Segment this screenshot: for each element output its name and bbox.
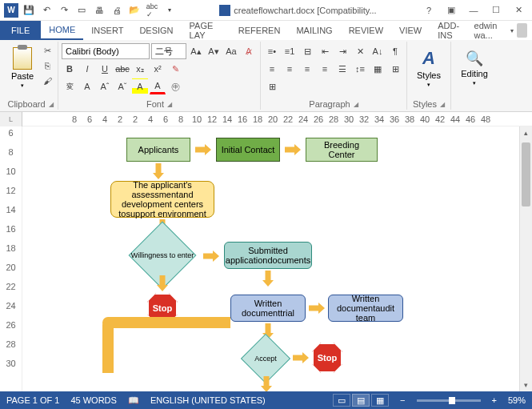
styles-launcher-icon[interactable]: ◢ xyxy=(440,101,445,108)
document-canvas[interactable]: Applicants Initial Contact Breeding Cent… xyxy=(22,126,519,391)
status-words[interactable]: 45 WORDS xyxy=(70,395,116,405)
increase-indent-icon[interactable]: ⇥ xyxy=(334,43,350,59)
scroll-thumb[interactable] xyxy=(522,142,530,207)
tab-insert[interactable]: INSERT xyxy=(83,21,131,40)
align-center-icon[interactable]: ≡ xyxy=(282,61,298,77)
undo-icon[interactable]: ↶ xyxy=(38,2,54,18)
superscript-button[interactable]: x² xyxy=(150,61,166,77)
shape-applicants[interactable]: Applicants xyxy=(126,138,190,162)
cut-icon[interactable]: ✂ xyxy=(40,43,54,58)
shape-accept[interactable]: Accept xyxy=(242,343,290,375)
decrease-indent-icon[interactable]: ⇤ xyxy=(317,43,333,59)
distributed-icon[interactable]: ☰ xyxy=(334,61,350,77)
web-layout-icon[interactable]: ▦ xyxy=(371,394,389,407)
font-shrink2-icon[interactable]: Aˇ xyxy=(114,78,130,94)
editing-button[interactable]: 🔍 Editing ▾ xyxy=(454,42,494,94)
tab-references[interactable]: REFEREN xyxy=(230,21,289,40)
clipboard-launcher-icon[interactable]: ◢ xyxy=(49,101,54,108)
font-name-combo[interactable]: Calibri (Body) xyxy=(62,43,150,59)
zoom-level[interactable]: 59% xyxy=(508,395,526,405)
line-spacing-icon[interactable]: ↕≡ xyxy=(352,61,368,77)
paragraph-launcher-icon[interactable]: ◢ xyxy=(354,101,358,108)
font-grow2-icon[interactable]: Aˆ xyxy=(97,78,113,94)
save-icon[interactable]: 💾 xyxy=(21,2,37,18)
tab-design[interactable]: DESIGN xyxy=(131,21,181,40)
print-preview-icon[interactable]: 🖶 xyxy=(91,2,107,18)
strike-button[interactable]: abc xyxy=(114,61,130,77)
status-language[interactable]: ENGLISH (UNITED STATES) xyxy=(150,395,266,405)
tab-mailings[interactable]: MAILING xyxy=(288,21,340,40)
phonetic-guide-icon[interactable]: 変 xyxy=(62,78,78,94)
zoom-slider[interactable] xyxy=(417,399,481,402)
read-mode-icon[interactable]: ▭ xyxy=(333,394,350,407)
show-marks-icon[interactable]: ¶ xyxy=(387,43,403,59)
copy-icon[interactable]: ⎘ xyxy=(40,58,54,73)
change-case-icon[interactable]: Aa xyxy=(223,43,239,59)
align-right-icon[interactable]: ≡ xyxy=(299,61,315,77)
shape-initial-contact[interactable]: Initial Contact xyxy=(216,138,280,162)
grow-font-icon[interactable]: A▴ xyxy=(188,43,204,59)
scroll-up-icon[interactable]: ▴ xyxy=(520,126,532,139)
vertical-ruler[interactable]: 681012141618202224262830 xyxy=(0,126,22,391)
shape-willingness[interactable]: Willingness to enter xyxy=(126,239,198,272)
format-painter-icon[interactable]: 🖌 xyxy=(40,74,54,88)
open-icon[interactable]: 📂 xyxy=(126,2,142,18)
quick-print-icon[interactable]: 🖨 xyxy=(109,2,125,18)
justify-icon[interactable]: ≡ xyxy=(317,61,333,77)
asian-layout-icon[interactable]: ✕ xyxy=(352,43,368,59)
redo-icon[interactable]: ↷ xyxy=(56,2,72,18)
tab-home[interactable]: HOME xyxy=(41,21,83,40)
tab-pagelayout[interactable]: PAGE LAY xyxy=(182,21,230,40)
shape-written-audit[interactable]: Written documentaudit team xyxy=(328,295,403,322)
subscript-button[interactable]: x₂ xyxy=(132,61,148,77)
italic-button[interactable]: I xyxy=(79,61,95,77)
tab-addins[interactable]: ADD-INS xyxy=(430,21,474,40)
qat-dropdown-icon[interactable]: ▾ xyxy=(162,2,178,18)
tab-review[interactable]: REVIEW xyxy=(341,21,391,40)
char-border-icon[interactable]: A xyxy=(79,78,95,94)
font-size-combo[interactable]: 二号 xyxy=(151,43,186,59)
zoom-in-icon[interactable]: + xyxy=(492,395,497,405)
spelling-icon[interactable]: abc✓ xyxy=(144,2,160,18)
paste-button[interactable]: Paste ▾ xyxy=(6,42,38,94)
bold-button[interactable]: B xyxy=(62,61,78,77)
shading-icon[interactable]: ▦ xyxy=(370,61,386,77)
borders-icon[interactable]: ⊞ xyxy=(387,61,403,77)
snap-grid-icon[interactable]: ⊞ xyxy=(264,78,280,94)
underline-button[interactable]: U xyxy=(97,61,113,77)
help-icon[interactable]: ? xyxy=(418,2,439,18)
shrink-font-icon[interactable]: A▾ xyxy=(206,43,222,59)
scroll-down-icon[interactable]: ▾ xyxy=(520,379,532,391)
shape-submitted[interactable]: Submitted applicationdocuments xyxy=(224,242,312,269)
minimize-icon[interactable]: — xyxy=(463,2,484,18)
tab-view[interactable]: VIEW xyxy=(391,21,430,40)
shape-breeding-center[interactable]: Breeding Center xyxy=(306,138,378,162)
sort-icon[interactable]: A↓ xyxy=(370,43,386,59)
tab-file[interactable]: FILE xyxy=(0,21,41,40)
horizontal-ruler[interactable]: 8642246810121416182022242628303234363840… xyxy=(22,112,532,126)
status-page[interactable]: PAGE 1 OF 1 xyxy=(6,395,59,405)
shape-stop-2[interactable]: Stop xyxy=(312,343,342,373)
clear-format-icon[interactable]: A̷ xyxy=(241,43,257,59)
print-layout-icon[interactable]: ▤ xyxy=(352,394,370,407)
vertical-scrollbar[interactable]: ▴ ▾ xyxy=(519,126,532,391)
numbering-icon[interactable]: ≡1 xyxy=(282,43,298,59)
font-launcher-icon[interactable]: ◢ xyxy=(167,101,172,108)
zoom-out-icon[interactable]: − xyxy=(400,395,405,405)
styles-button[interactable]: A Styles ▾ xyxy=(410,42,447,94)
proofing-icon[interactable]: 📖 xyxy=(128,395,139,406)
maximize-icon[interactable]: ☐ xyxy=(486,2,506,18)
enclose-char-icon[interactable]: ㊥ xyxy=(167,78,183,94)
font-color-icon[interactable]: A xyxy=(150,78,166,94)
ribbon-options-icon[interactable]: ▣ xyxy=(441,2,462,18)
new-icon[interactable]: ▭ xyxy=(74,2,90,18)
shape-written-trial[interactable]: Written documenttrial xyxy=(230,295,306,322)
close-icon[interactable]: ✕ xyxy=(508,2,529,18)
highlight-icon[interactable]: A xyxy=(132,78,148,94)
align-left-icon[interactable]: ≡ xyxy=(264,61,280,77)
word-app-icon[interactable]: W xyxy=(3,2,19,18)
text-effects-icon[interactable]: ✎ xyxy=(167,61,183,77)
multilevel-icon[interactable]: ⊟ xyxy=(299,43,315,59)
account-area[interactable]: edwin wa... ▾ xyxy=(474,21,532,40)
bullets-icon[interactable]: ≡• xyxy=(264,43,280,59)
